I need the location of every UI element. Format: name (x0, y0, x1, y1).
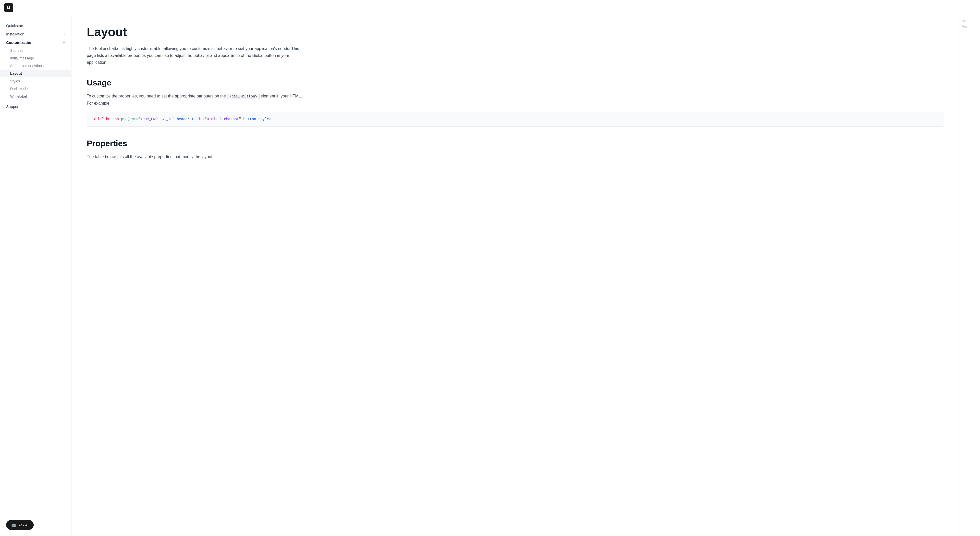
ask-ai-label: Ask AI (18, 523, 29, 527)
code-val-project: YOUR_PROJECT_ID (140, 117, 172, 121)
sidebar: Quickstart Installation › Customization … (0, 15, 72, 536)
logo[interactable]: B (4, 3, 13, 12)
sidebar-item-quickstart[interactable]: Quickstart (0, 21, 71, 30)
sidebar-sub-item-label: Whitelabel (10, 94, 27, 99)
usage-heading: Usage (87, 78, 944, 87)
sidebar-sub-item-label: Sources (10, 48, 23, 52)
code-equals-3: = (269, 117, 271, 121)
code-attr-button-style: button-style (243, 117, 269, 121)
sidebar-sub-item-label: Layout (10, 72, 22, 76)
code-attr-header-title: header-title (177, 117, 203, 121)
right-panel: Us Pro (959, 15, 980, 536)
code-val-header-title: Biel.ai chatbot (207, 117, 239, 121)
code-equals-1: =" (136, 117, 140, 121)
sidebar-item-layout[interactable]: Layout (0, 70, 71, 77)
sidebar-item-label: Quickstart (6, 24, 24, 28)
usage-text-before: To customize the properties, you need to… (87, 94, 226, 98)
sidebar-item-suggested-questions[interactable]: Suggested questions (0, 62, 71, 70)
code-tag-open: <biel-button (93, 117, 121, 121)
sidebar-sub-item-label: Dark mode (10, 87, 27, 91)
right-panel-item-1: Pro (962, 25, 978, 29)
ask-ai-button[interactable]: 🤖 Ask AI (6, 520, 34, 530)
usage-paragraph: To customize the properties, you need to… (87, 92, 306, 107)
sidebar-sub-item-label: Styles (10, 79, 20, 83)
chevron-down-icon: ∨ (63, 41, 65, 45)
sidebar-item-customization[interactable]: Customization ∨ (0, 38, 71, 47)
properties-heading: Properties (87, 139, 944, 148)
sidebar-item-installation[interactable]: Installation › (0, 30, 71, 38)
page-title: Layout (87, 25, 944, 39)
right-panel-item-0: Us (962, 19, 978, 23)
inline-code-biel-button: <biel-button> (227, 94, 259, 99)
sidebar-item-label: Support (6, 104, 20, 109)
sidebar-item-support[interactable]: Support (0, 102, 71, 111)
intro-paragraph: The Biel.ai chatbot is highly customizab… (87, 45, 306, 66)
sidebar-item-sources[interactable]: Sources (0, 47, 71, 54)
chevron-right-icon: › (64, 32, 65, 36)
code-block: <biel-button project="YOUR_PROJECT_ID" h… (87, 112, 944, 127)
main-layout: Quickstart Installation › Customization … (0, 15, 980, 536)
sidebar-item-label: Customization (6, 40, 32, 45)
code-attr-project: project (121, 117, 136, 121)
sidebar-item-dark-mode[interactable]: Dark mode (0, 85, 71, 92)
code-equals-2: =" (203, 117, 207, 121)
code-quote-1: " (172, 117, 177, 121)
code-quote-2: " (239, 117, 243, 121)
main-content: Layout The Biel.ai chatbot is highly cus… (72, 15, 959, 536)
sidebar-item-whitelabel[interactable]: Whitelabel (0, 92, 71, 100)
topbar: B (0, 0, 980, 15)
sidebar-sub-item-label: Initial message (10, 56, 34, 60)
logo-letter: B (7, 5, 11, 10)
sidebar-item-label: Installation (6, 32, 24, 36)
sidebar-item-initial-message[interactable]: Initial message (0, 54, 71, 62)
sidebar-sub-item-label: Suggested questions (10, 64, 44, 68)
properties-paragraph: The table below lists all the available … (87, 153, 306, 160)
sidebar-item-styles[interactable]: Styles (0, 77, 71, 85)
bot-icon: 🤖 (11, 522, 16, 527)
